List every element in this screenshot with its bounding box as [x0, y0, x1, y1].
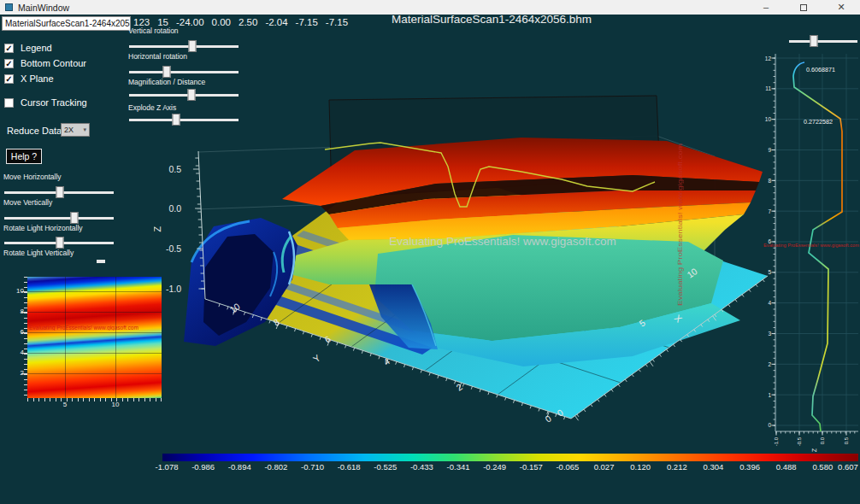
axis-tick	[530, 406, 531, 409]
profile-position-slider[interactable]	[789, 35, 857, 47]
slider-move-horizontally[interactable]	[4, 186, 114, 198]
slider-label-vertical-rotation: Vertical rotation	[128, 26, 179, 35]
colorbar-tick-label: -0.986	[191, 462, 215, 472]
colorbar-tick-label: 0.212	[667, 462, 687, 472]
axis-tick	[728, 304, 730, 307]
profile-y-tick-label: 12	[765, 56, 772, 62]
minimap-tick	[21, 332, 27, 333]
colorbar-tick-label: -0.894	[228, 462, 251, 472]
profile-y-tick-label: 2	[768, 361, 771, 367]
axis-tick	[749, 290, 751, 292]
slider-thumb[interactable]	[70, 212, 78, 224]
profile-axis-label: Z	[811, 448, 817, 452]
profile-y-tick-label: 0	[768, 422, 771, 428]
close-button[interactable]: ✕	[822, 0, 860, 15]
checkbox-row-bottom-contour[interactable]: ✓Bottom Contour	[4, 58, 86, 68]
axis-tick	[735, 300, 737, 302]
minimap-tick	[27, 398, 28, 401]
reduce-data-dropdown[interactable]: 2X ▾	[61, 123, 90, 137]
axis-tick	[756, 284, 757, 287]
colorbar-tick-label: -0.802	[264, 462, 287, 472]
slider-thumb[interactable]	[56, 237, 64, 249]
colorbar-tick-label: 0.607	[838, 462, 858, 472]
slider-track[interactable]	[789, 40, 857, 43]
axis-tick	[742, 295, 744, 297]
minimap-gridline	[115, 277, 116, 398]
slider-thumb[interactable]	[810, 35, 817, 47]
colorbar-tick-label: -0.525	[374, 462, 397, 472]
profile-y-tick-label: 5	[768, 269, 771, 275]
file-dropdown[interactable]: MaterialSurfaceScan1-2464x2056.bhm ▾	[2, 16, 131, 31]
slider-rotate-light-vertically[interactable]	[4, 255, 114, 267]
minimap-tick	[44, 398, 45, 401]
minimap-x-tick-label: 5	[63, 401, 67, 408]
axis-tick	[577, 414, 579, 417]
axis-tick	[591, 404, 592, 407]
checkbox-bottom-contour[interactable]: ✓	[4, 59, 14, 68]
chevron-down-icon: ▾	[83, 126, 86, 133]
slider-label-move-vertically: Move Vertically	[3, 198, 52, 207]
minimap-tick	[50, 398, 50, 401]
z-tick-label: -0.5	[166, 243, 181, 254]
minimize-button[interactable]: –	[747, 0, 785, 15]
profile-x-tick-label: -0.5	[797, 437, 802, 446]
axis-tick	[584, 409, 586, 412]
axis-tick	[320, 337, 321, 340]
colorbar-tick-label: 0.304	[704, 462, 724, 472]
colorbar-tick-label: -0.433	[410, 462, 433, 472]
axis-tick	[362, 350, 362, 354]
axis-tick	[604, 395, 606, 397]
axis-tick	[396, 361, 397, 365]
slider-track[interactable]	[4, 217, 114, 220]
profile-point-label: 0.6068871	[806, 66, 835, 73]
axis-tick	[480, 389, 480, 392]
checkbox-cursor-tracking[interactable]	[4, 98, 14, 108]
checkbox-row-x-plane[interactable]: ✓X Plane	[4, 73, 54, 84]
minimap-tick	[138, 398, 139, 401]
profile-y-tick-label: 10	[765, 116, 772, 122]
minimap-tick	[105, 398, 106, 401]
slider-rotate-light-horizontally[interactable]	[4, 237, 114, 249]
axis-tick	[403, 364, 404, 367]
surface-blue-valleys	[184, 218, 297, 346]
profile-y-tick-label: 3	[768, 331, 771, 337]
color-scale-bar	[162, 454, 858, 461]
minimap-tick	[122, 398, 123, 401]
maximize-button[interactable]	[785, 0, 822, 15]
slider-label-rotate-light-horizontally: Rotate Light Horizontally	[3, 224, 83, 232]
slider-thumb[interactable]	[97, 260, 105, 263]
slider-thumb[interactable]	[56, 186, 64, 198]
axis-tick	[379, 356, 380, 360]
surface-3d-plot[interactable]: Evaluating ProEssentials! www.gigasoft.c…	[154, 47, 769, 448]
axis-tick	[556, 413, 557, 417]
profile-y-tick-label: 8	[768, 178, 771, 184]
checkbox-row-cursor-tracking[interactable]: Cursor Tracking	[4, 97, 87, 108]
colorbar-tick-label: 0.396	[739, 462, 760, 472]
help-button[interactable]: Help ?	[6, 149, 42, 164]
minimap-tick	[24, 323, 27, 324]
axis-tick	[370, 354, 371, 357]
axis-tick	[645, 365, 647, 367]
checkbox-row-legend[interactable]: ✓Legend	[4, 43, 52, 53]
minimap-gridline	[27, 332, 162, 333]
profile-y-tick-label: 9	[768, 147, 771, 153]
checkbox-label: Bottom Contour	[21, 58, 86, 68]
colorbar-tick-label: -1.078	[156, 462, 179, 472]
axis-tick	[446, 378, 447, 382]
colorbar-tick-label: 0.027	[594, 462, 615, 472]
checkbox-x-plane[interactable]: ✓	[4, 74, 14, 84]
profile-watermark: Evaluating ProEssentials! www.gigasoft.c…	[763, 243, 859, 248]
axis-tick	[618, 384, 620, 387]
slider-move-vertically[interactable]	[4, 212, 114, 224]
minimap-tick	[24, 292, 27, 293]
minimap-tick	[24, 338, 27, 339]
axis-tick	[311, 334, 312, 337]
checkbox-legend[interactable]: ✓	[4, 44, 14, 53]
minimap-tick	[116, 398, 117, 401]
minimap-tick	[21, 353, 27, 354]
minimap-tick	[144, 398, 145, 401]
contour-heatmap	[27, 277, 162, 398]
axis-tick	[462, 384, 463, 387]
z-profile-chart: 1211109876543210-1.0-0.50.00.5Z0.6068871…	[763, 47, 860, 453]
colorbar-tick-label: -0.157	[520, 462, 543, 472]
